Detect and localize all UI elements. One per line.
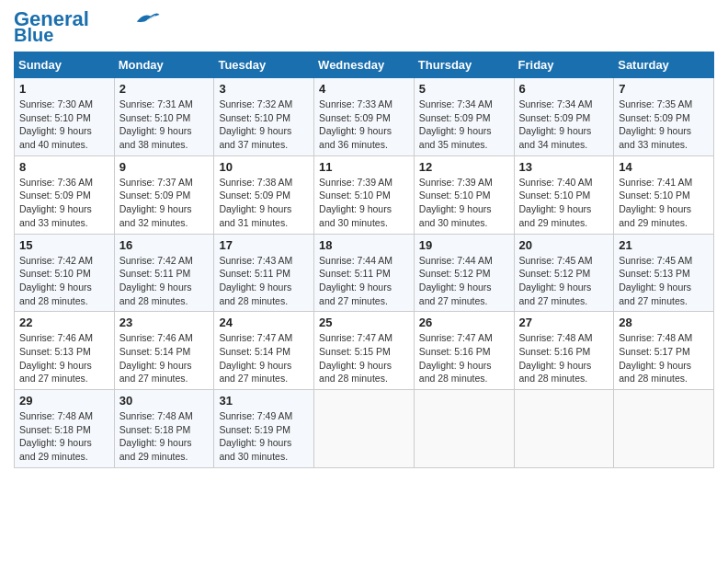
day-number: 29 — [19, 394, 109, 408]
calendar-cell: 22Sunrise: 7:46 AM Sunset: 5:13 PM Dayli… — [15, 312, 115, 390]
day-number: 17 — [219, 238, 309, 252]
day-info: Sunrise: 7:43 AM Sunset: 5:11 PM Dayligh… — [219, 254, 309, 308]
day-info: Sunrise: 7:38 AM Sunset: 5:09 PM Dayligh… — [219, 176, 309, 230]
calendar-cell: 6Sunrise: 7:34 AM Sunset: 5:09 PM Daylig… — [514, 78, 614, 156]
calendar-cell: 15Sunrise: 7:42 AM Sunset: 5:10 PM Dayli… — [15, 234, 115, 312]
calendar-cell: 3Sunrise: 7:32 AM Sunset: 5:10 PM Daylig… — [214, 78, 314, 156]
day-number: 12 — [419, 160, 509, 174]
day-number: 7 — [619, 82, 709, 96]
weekday-header-sunday: Sunday — [15, 52, 115, 78]
calendar-week-row: 15Sunrise: 7:42 AM Sunset: 5:10 PM Dayli… — [15, 234, 714, 312]
logo-blue-text: Blue — [14, 26, 53, 44]
day-number: 16 — [119, 238, 210, 252]
day-info: Sunrise: 7:47 AM Sunset: 5:16 PM Dayligh… — [419, 331, 509, 385]
day-number: 2 — [119, 82, 210, 96]
day-number: 22 — [19, 316, 109, 329]
day-info: Sunrise: 7:45 AM Sunset: 5:12 PM Dayligh… — [519, 254, 609, 308]
calendar-cell: 16Sunrise: 7:42 AM Sunset: 5:11 PM Dayli… — [114, 234, 214, 312]
day-info: Sunrise: 7:34 AM Sunset: 5:09 PM Dayligh… — [419, 98, 509, 152]
day-info: Sunrise: 7:48 AM Sunset: 5:16 PM Dayligh… — [519, 331, 609, 385]
calendar-cell: 4Sunrise: 7:33 AM Sunset: 5:09 PM Daylig… — [314, 78, 415, 156]
day-number: 30 — [119, 394, 210, 408]
day-number: 18 — [319, 238, 409, 252]
day-info: Sunrise: 7:46 AM Sunset: 5:14 PM Dayligh… — [119, 331, 210, 385]
calendar-cell: 12Sunrise: 7:39 AM Sunset: 5:10 PM Dayli… — [414, 155, 514, 234]
day-number: 11 — [319, 160, 409, 174]
calendar-cell — [614, 390, 714, 468]
day-number: 3 — [219, 82, 309, 96]
calendar-cell: 14Sunrise: 7:41 AM Sunset: 5:10 PM Dayli… — [614, 155, 714, 234]
weekday-header-saturday: Saturday — [614, 52, 714, 78]
calendar-cell: 20Sunrise: 7:45 AM Sunset: 5:12 PM Dayli… — [514, 234, 614, 312]
day-number: 27 — [519, 316, 609, 329]
calendar-cell: 27Sunrise: 7:48 AM Sunset: 5:16 PM Dayli… — [514, 312, 614, 390]
day-info: Sunrise: 7:47 AM Sunset: 5:14 PM Dayligh… — [219, 331, 309, 385]
day-number: 19 — [419, 238, 509, 252]
calendar-cell: 21Sunrise: 7:45 AM Sunset: 5:13 PM Dayli… — [614, 234, 714, 312]
day-info: Sunrise: 7:41 AM Sunset: 5:10 PM Dayligh… — [619, 176, 709, 230]
calendar-cell: 17Sunrise: 7:43 AM Sunset: 5:11 PM Dayli… — [214, 234, 314, 312]
weekday-header-tuesday: Tuesday — [214, 52, 314, 78]
day-info: Sunrise: 7:33 AM Sunset: 5:09 PM Dayligh… — [319, 98, 409, 152]
calendar-cell: 24Sunrise: 7:47 AM Sunset: 5:14 PM Dayli… — [214, 312, 314, 390]
day-number: 28 — [619, 316, 709, 329]
header: General Blue — [14, 9, 714, 44]
calendar-header-row: SundayMondayTuesdayWednesdayThursdayFrid… — [15, 52, 714, 78]
day-info: Sunrise: 7:46 AM Sunset: 5:13 PM Dayligh… — [19, 331, 109, 385]
calendar-cell: 23Sunrise: 7:46 AM Sunset: 5:14 PM Dayli… — [114, 312, 214, 390]
day-info: Sunrise: 7:49 AM Sunset: 5:19 PM Dayligh… — [219, 409, 309, 464]
weekday-header-thursday: Thursday — [414, 52, 514, 78]
day-info: Sunrise: 7:36 AM Sunset: 5:09 PM Dayligh… — [19, 176, 109, 230]
day-number: 9 — [119, 160, 210, 174]
calendar-cell: 25Sunrise: 7:47 AM Sunset: 5:15 PM Dayli… — [314, 312, 415, 390]
calendar-cell — [414, 390, 514, 468]
day-info: Sunrise: 7:42 AM Sunset: 5:10 PM Dayligh… — [19, 254, 109, 308]
calendar-cell: 1Sunrise: 7:30 AM Sunset: 5:10 PM Daylig… — [15, 78, 115, 156]
weekday-header-wednesday: Wednesday — [314, 52, 415, 78]
logo: General Blue — [14, 9, 161, 44]
day-number: 8 — [19, 160, 109, 174]
day-number: 31 — [219, 394, 309, 408]
day-number: 21 — [619, 238, 709, 252]
day-info: Sunrise: 7:44 AM Sunset: 5:12 PM Dayligh… — [419, 254, 509, 308]
day-number: 15 — [19, 238, 109, 252]
weekday-header-monday: Monday — [114, 52, 214, 78]
day-number: 1 — [19, 82, 109, 96]
day-info: Sunrise: 7:42 AM Sunset: 5:11 PM Dayligh… — [119, 254, 210, 308]
day-number: 14 — [619, 160, 709, 174]
day-info: Sunrise: 7:35 AM Sunset: 5:09 PM Dayligh… — [619, 98, 709, 152]
day-number: 10 — [219, 160, 309, 174]
day-number: 26 — [419, 316, 509, 329]
calendar-week-row: 1Sunrise: 7:30 AM Sunset: 5:10 PM Daylig… — [15, 78, 714, 156]
day-info: Sunrise: 7:31 AM Sunset: 5:10 PM Dayligh… — [119, 98, 210, 152]
day-number: 23 — [119, 316, 210, 329]
calendar-cell: 8Sunrise: 7:36 AM Sunset: 5:09 PM Daylig… — [15, 155, 115, 234]
day-number: 25 — [319, 316, 409, 329]
calendar-cell: 19Sunrise: 7:44 AM Sunset: 5:12 PM Dayli… — [414, 234, 514, 312]
day-info: Sunrise: 7:45 AM Sunset: 5:13 PM Dayligh… — [619, 254, 709, 308]
calendar-cell: 29Sunrise: 7:48 AM Sunset: 5:18 PM Dayli… — [15, 390, 115, 468]
day-info: Sunrise: 7:48 AM Sunset: 5:18 PM Dayligh… — [19, 409, 109, 464]
day-number: 6 — [519, 82, 609, 96]
calendar-cell: 11Sunrise: 7:39 AM Sunset: 5:10 PM Dayli… — [314, 155, 415, 234]
calendar-cell: 26Sunrise: 7:47 AM Sunset: 5:16 PM Dayli… — [414, 312, 514, 390]
logo-bird-icon — [133, 9, 161, 26]
calendar-cell — [514, 390, 614, 468]
day-info: Sunrise: 7:32 AM Sunset: 5:10 PM Dayligh… — [219, 98, 309, 152]
day-number: 5 — [419, 82, 509, 96]
calendar-week-row: 29Sunrise: 7:48 AM Sunset: 5:18 PM Dayli… — [15, 390, 714, 468]
day-info: Sunrise: 7:37 AM Sunset: 5:09 PM Dayligh… — [119, 176, 210, 230]
day-info: Sunrise: 7:44 AM Sunset: 5:11 PM Dayligh… — [319, 254, 409, 308]
day-info: Sunrise: 7:47 AM Sunset: 5:15 PM Dayligh… — [319, 331, 409, 385]
day-info: Sunrise: 7:48 AM Sunset: 5:18 PM Dayligh… — [119, 409, 210, 464]
calendar-cell — [314, 390, 415, 468]
calendar-cell: 9Sunrise: 7:37 AM Sunset: 5:09 PM Daylig… — [114, 155, 214, 234]
calendar-cell: 30Sunrise: 7:48 AM Sunset: 5:18 PM Dayli… — [114, 390, 214, 468]
day-info: Sunrise: 7:39 AM Sunset: 5:10 PM Dayligh… — [419, 176, 509, 230]
day-info: Sunrise: 7:40 AM Sunset: 5:10 PM Dayligh… — [519, 176, 609, 230]
day-info: Sunrise: 7:34 AM Sunset: 5:09 PM Dayligh… — [519, 98, 609, 152]
calendar-cell: 5Sunrise: 7:34 AM Sunset: 5:09 PM Daylig… — [414, 78, 514, 156]
calendar-table: SundayMondayTuesdayWednesdayThursdayFrid… — [14, 52, 714, 468]
weekday-header-friday: Friday — [514, 52, 614, 78]
day-info: Sunrise: 7:30 AM Sunset: 5:10 PM Dayligh… — [19, 98, 109, 152]
